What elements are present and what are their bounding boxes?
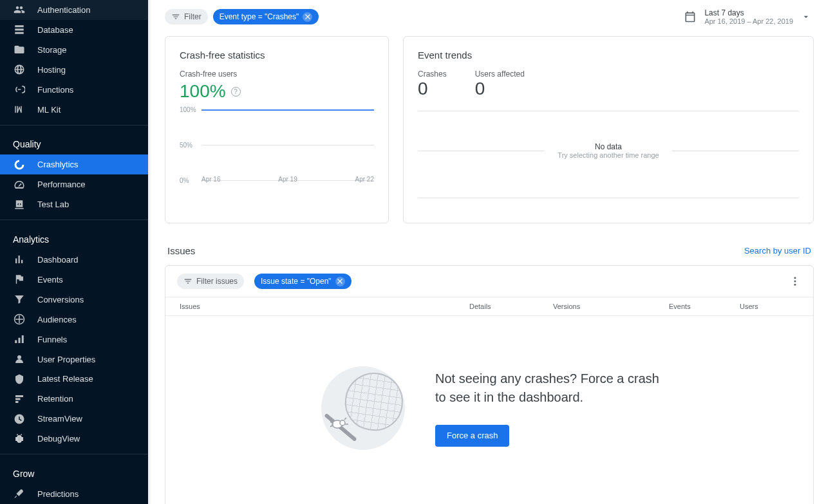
- trends-nodata: No data Try selecting another time range: [418, 123, 799, 178]
- issue-state-chip[interactable]: Issue state = "Open": [254, 274, 351, 289]
- sidebar-item-label: ML Kit: [37, 105, 61, 115]
- issues-card: Filter issues Issue state = "Open" Issue…: [165, 265, 814, 504]
- date-title: Last 7 days: [704, 8, 793, 17]
- remove-chip-button[interactable]: [335, 277, 345, 286]
- filter-label: Filter: [184, 12, 201, 21]
- sidebar-item-events[interactable]: Events: [0, 270, 148, 290]
- ytick: 50%: [180, 142, 192, 149]
- sidebar-item-userprops[interactable]: User Properties: [0, 350, 148, 369]
- svg-point-1: [794, 281, 796, 283]
- top-filter-bar: Filter Event type = "Crashes" Last 7 day…: [165, 4, 814, 30]
- donut-icon: [13, 158, 26, 171]
- barchart-icon: [13, 253, 26, 266]
- filter-issues-chip[interactable]: Filter issues: [177, 274, 244, 289]
- sidebar-item-dashboard[interactable]: Dashboard: [0, 250, 148, 270]
- nodata-title: No data: [557, 142, 659, 151]
- xtick: Apr 22: [355, 176, 374, 183]
- people-icon: [13, 3, 26, 16]
- sidebar-item-label: Storage: [37, 45, 67, 55]
- sidebar-item-conversions[interactable]: Conversions: [0, 290, 148, 310]
- col-events: Events: [669, 303, 740, 310]
- ytick: 100%: [180, 106, 196, 113]
- sidebar-item-label: Functions: [37, 85, 73, 95]
- search-by-userid-link[interactable]: Search by user ID: [744, 246, 811, 256]
- sidebar-item-authentication[interactable]: Authentication: [0, 0, 148, 20]
- sidebar-item-latestrelease[interactable]: Latest Release: [0, 369, 148, 389]
- filter-icon: [183, 277, 192, 286]
- clock-icon: [13, 413, 26, 425]
- group-grow: Grow: [0, 457, 148, 484]
- card-title: Crash-free statistics: [180, 50, 374, 61]
- sidebar-item-label: Conversions: [37, 295, 84, 304]
- calendar-icon: [684, 10, 697, 23]
- chip-label: Event type = "Crashes": [220, 12, 299, 21]
- users-affected-label: Users affected: [475, 70, 525, 79]
- col-issues: Issues: [180, 303, 469, 310]
- close-icon: [303, 12, 312, 21]
- sidebar-item-functions[interactable]: Functions: [0, 80, 148, 100]
- svg-point-4: [340, 420, 345, 425]
- sidebar-item-debugview[interactable]: DebugView: [0, 429, 148, 449]
- sidebar-item-label: Performance: [37, 180, 85, 189]
- xaxis: Apr 16 Apr 19 Apr 22: [201, 176, 374, 183]
- sidebar-item-label: Retention: [37, 394, 73, 404]
- col-versions: Versions: [553, 303, 669, 310]
- chip-label: Filter issues: [196, 277, 238, 286]
- sidebar-item-database[interactable]: Database: [0, 20, 148, 40]
- crash-free-card: Crash-free statistics Crash-free users 1…: [165, 36, 389, 223]
- event-type-chip[interactable]: Event type = "Crashes": [213, 9, 319, 24]
- crashes-value: 0: [418, 79, 447, 99]
- sidebar-item-retention[interactable]: Retention: [0, 389, 148, 409]
- bug-illustration-icon: [328, 416, 349, 431]
- cards-row: Crash-free statistics Crash-free users 1…: [165, 36, 814, 223]
- ytick: 0%: [180, 177, 189, 184]
- group-analytics: Analytics: [0, 223, 148, 250]
- sidebar-item-hosting[interactable]: Hosting: [0, 60, 148, 80]
- date-text: Last 7 days Apr 16, 2019 – Apr 22, 2019: [704, 8, 793, 25]
- divider: [0, 125, 148, 126]
- sidebar-item-mlkit[interactable]: ML Kit: [0, 100, 148, 120]
- sidebar-item-predictions[interactable]: Predictions: [0, 484, 148, 504]
- audience-icon: [13, 313, 26, 326]
- sidebar-item-testlab[interactable]: Test Lab: [0, 194, 148, 214]
- issues-overflow-menu[interactable]: [789, 275, 801, 288]
- sidebar-item-label: Crashlytics: [37, 160, 79, 169]
- sidebar-item-label: Funnels: [37, 335, 67, 344]
- sidebar-item-streamview[interactable]: StreamView: [0, 409, 148, 429]
- chevron-down-icon: [801, 12, 811, 22]
- sidebar-item-label: DebugView: [37, 434, 80, 443]
- close-icon: [335, 277, 344, 286]
- gridline: [201, 145, 374, 145]
- retention-icon: [13, 393, 26, 406]
- nodata-sub: Try selecting another time range: [557, 151, 659, 159]
- issues-title: Issues: [167, 245, 195, 256]
- sidebar-item-label: Events: [37, 275, 63, 285]
- issues-header: Issues Search by user ID: [167, 245, 811, 256]
- divider: [418, 198, 799, 198]
- sidebar-item-crashlytics[interactable]: Crashlytics: [0, 154, 148, 174]
- sidebar-item-funnels[interactable]: Funnels: [0, 330, 148, 350]
- sidebar-item-performance[interactable]: Performance: [0, 174, 148, 194]
- funnel-icon: [13, 293, 26, 306]
- remove-chip-button[interactable]: [303, 12, 312, 22]
- sidebar-item-storage[interactable]: Storage: [0, 40, 148, 60]
- crash-free-chart: 100% 50% 0% Apr 16 Apr 19 Apr 22: [180, 109, 374, 180]
- force-crash-button[interactable]: Force a crash: [435, 425, 509, 447]
- sidebar-item-label: Database: [37, 25, 73, 35]
- sidebar-item-audiences[interactable]: Audiences: [0, 310, 148, 330]
- sidebar-item-label: Hosting: [37, 65, 66, 75]
- help-icon[interactable]: ?: [231, 87, 241, 97]
- data-line: [201, 109, 374, 111]
- crashes-label: Crashes: [418, 70, 447, 79]
- sidebar-item-label: StreamView: [37, 414, 82, 424]
- users-affected-value: 0: [475, 79, 525, 99]
- funnels-icon: [13, 333, 26, 346]
- filter-chip[interactable]: Filter: [165, 9, 208, 24]
- speedometer-icon: [13, 178, 26, 191]
- predictions-icon: [13, 487, 26, 500]
- main-content: Filter Event type = "Crashes" Last 7 day…: [152, 0, 824, 504]
- database-icon: [13, 23, 26, 36]
- sidebar-item-label: User Properties: [37, 355, 95, 364]
- date-range-picker[interactable]: Last 7 days Apr 16, 2019 – Apr 22, 2019: [684, 8, 814, 25]
- sidebar-item-label: Dashboard: [37, 255, 79, 265]
